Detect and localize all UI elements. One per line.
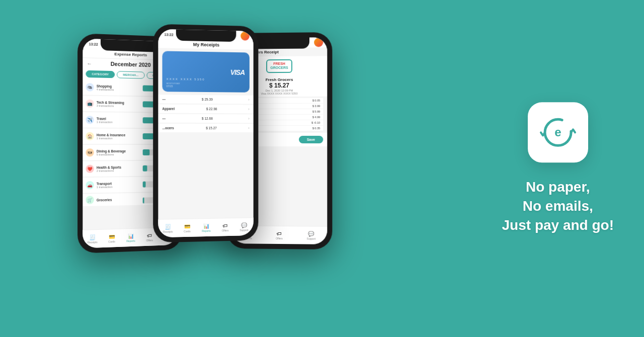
receipt-amount: $ 29.39 xyxy=(202,98,213,101)
item-price: $ 3.99 xyxy=(312,105,320,108)
prev-month-arrow[interactable]: ← xyxy=(87,60,92,66)
tab-merchant[interactable]: MERCHA... xyxy=(117,71,145,78)
list-item[interactable]: — $ 12.68 › xyxy=(158,114,253,123)
nav-label-offers-3: Offers xyxy=(276,236,283,239)
visa-logo: VISA xyxy=(230,68,245,76)
receipts-icon: 🧾 xyxy=(90,234,96,240)
cards-icon: 💳 xyxy=(109,233,115,239)
nav-support-3[interactable]: 💬 Support xyxy=(295,231,328,240)
app-icon-svg: e xyxy=(538,112,578,152)
reports-icon-2: 📊 xyxy=(203,223,209,228)
category-info-shopping: Shopping 4 transactions xyxy=(97,84,140,92)
nav-support-2[interactable]: 💬 Support xyxy=(234,222,253,232)
nav-receipts[interactable]: 🧾 Receipts xyxy=(83,234,102,244)
tagline: No paper, No emails, Just pay and go! xyxy=(502,178,614,234)
merchant-name: — xyxy=(163,117,166,120)
nav-offers-2[interactable]: 🏷 Offers xyxy=(216,222,235,232)
support-icon-3: 💬 xyxy=(308,231,314,236)
nav-label-offers-2: Offers xyxy=(222,229,228,232)
list-item[interactable]: Apparel $ 22.98 › xyxy=(158,104,253,113)
card-expiry: 07/23 xyxy=(167,85,205,88)
credit-card-visual: XXXX XXXX 5350 MONTH/YEAR 07/23 VISA xyxy=(163,51,250,92)
logo-line1: FRESH xyxy=(270,62,288,66)
card-info: XXXX XXXX 5350 MONTH/YEAR 07/23 xyxy=(167,77,205,88)
item-price: $ 4.99 xyxy=(312,116,320,119)
time-2: 13:22 xyxy=(165,33,174,36)
tagline-line2: No emails, xyxy=(502,197,614,216)
receipt-list: — $ 29.39 › Apparel $ 22.98 › — $ 12.68 … xyxy=(158,95,253,132)
save-button[interactable]: Save xyxy=(299,136,324,143)
chevron-icon: › xyxy=(248,98,250,102)
category-name: Groceries xyxy=(97,197,140,202)
category-info-health: Health & Sports 2 transactions xyxy=(97,165,140,172)
nav-label-support-2: Support xyxy=(239,228,248,231)
offers-icon-3: 🏷 xyxy=(277,230,282,236)
card-number: XXXX XXXX 5350 xyxy=(167,77,205,81)
reports-icon: 📊 xyxy=(128,233,134,238)
category-sub: 1 transaction xyxy=(97,120,140,124)
merchant-name: ...ocers xyxy=(163,126,174,130)
right-side: e No paper, No emails, Just pay and go! xyxy=(502,102,614,234)
category-icon-dining: 🍽 xyxy=(86,148,94,156)
category-icon-home: 🏠 xyxy=(86,132,94,140)
merchant-name: Apparel xyxy=(163,107,175,111)
nav-label-cards-2: Cards xyxy=(184,229,190,232)
category-sub: 1 transaction xyxy=(97,136,140,139)
category-info-tech: Tech & Streaming 3 transactions xyxy=(97,100,140,107)
nav-receipts-2[interactable]: 🧾 Receipts xyxy=(158,224,177,233)
chevron-icon: › xyxy=(248,107,250,111)
nav-label-cards: Cards xyxy=(108,240,115,243)
chevron-icon: › xyxy=(248,126,250,130)
category-info-dining: Dining & Beverage 5 transactions xyxy=(97,149,140,155)
nav-label-reports-2: Reports xyxy=(202,229,210,232)
nav-offers-3[interactable]: 🏷 Offers xyxy=(263,230,295,240)
nav-label-receipts-2: Receipts xyxy=(163,230,173,233)
item-price: $ 0.05 xyxy=(312,99,320,102)
category-sub: 2 transactions xyxy=(97,168,140,172)
logo-box: FRESH GROCERS xyxy=(266,59,292,73)
nav-label-receipts: Receipts xyxy=(88,240,98,244)
app-icon: e xyxy=(528,102,588,162)
category-sub: 4 transactions xyxy=(97,88,140,92)
receipt-amount: $ 22.98 xyxy=(206,107,217,111)
tagline-line3: Just pay and go! xyxy=(502,216,614,235)
nav-reports-2[interactable]: 📊 Reports xyxy=(197,223,216,232)
svg-text:e: e xyxy=(554,125,561,139)
offers-icon-2: 🏷 xyxy=(223,223,228,228)
category-info-transport: Transport 1 transaction xyxy=(97,181,140,188)
tab-category[interactable]: CATEGORY xyxy=(86,70,114,78)
notch-1 xyxy=(101,39,160,52)
time-1: 13:22 xyxy=(89,42,98,46)
logo-line2: GROCERS xyxy=(270,66,288,70)
category-icon-travel: ✈️ xyxy=(86,116,94,124)
item-price: $ -0.10 xyxy=(311,121,320,124)
list-item[interactable]: ...ocers $ 15.27 › xyxy=(158,124,253,132)
receipts-icon-2: 🧾 xyxy=(165,224,171,229)
tagline-line1: No paper, xyxy=(502,178,614,197)
category-icon-transport: 🚗 xyxy=(86,181,94,189)
receipt-amount: $ 12.68 xyxy=(202,117,213,120)
support-icon-2: 💬 xyxy=(241,222,247,228)
nav-cards-2[interactable]: 💳 Cards xyxy=(178,223,197,233)
receipt-amount: $ 15.27 xyxy=(206,126,217,130)
category-sub: 1 transaction xyxy=(97,185,140,188)
list-item[interactable]: — $ 29.39 › xyxy=(158,95,253,104)
item-price: $ 0.35 xyxy=(312,127,320,130)
avatar-2 xyxy=(240,32,250,41)
avatar-3 xyxy=(314,38,323,47)
current-month: December 2020 xyxy=(111,61,151,68)
category-info-home: Home & Insurance 1 transaction xyxy=(97,133,140,139)
category-icon-shopping: 🛍 xyxy=(86,83,94,92)
nav-cards[interactable]: 💳 Cards xyxy=(102,233,121,243)
chevron-icon: › xyxy=(248,116,250,121)
category-name: Home & Insurance xyxy=(97,133,140,136)
category-info-travel: Travel 1 transaction xyxy=(97,117,140,124)
category-icon-groceries: 🛒 xyxy=(86,196,94,204)
nav-label-reports: Reports xyxy=(126,239,135,242)
cards-icon-2: 💳 xyxy=(184,223,190,229)
nav-label-support-3: Support xyxy=(307,237,316,240)
nav-reports[interactable]: 📊 Reports xyxy=(121,233,140,242)
bottom-nav-2: 🧾 Receipts 💳 Cards 📊 Reports 🏷 Offers 💬 xyxy=(158,217,253,237)
merchant-name: — xyxy=(163,97,166,101)
notch-2 xyxy=(176,30,236,42)
